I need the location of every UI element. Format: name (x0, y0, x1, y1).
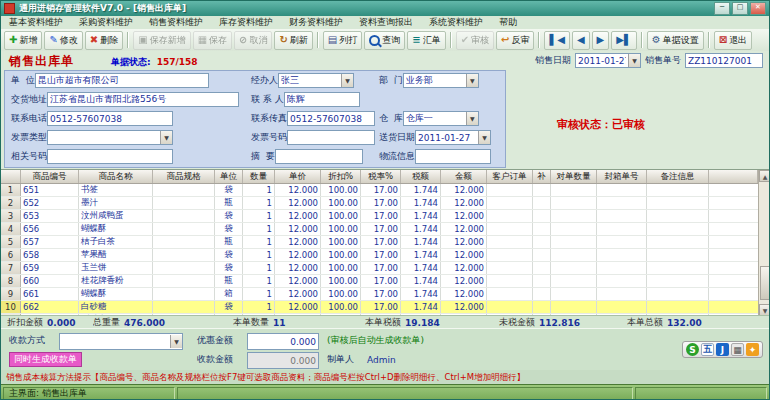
grid-column-header-13[interactable]: 对单数量 (551, 170, 597, 183)
delivery-date-input[interactable]: 2011-01-27 ▼ (415, 130, 491, 145)
table-row-9[interactable]: 9661蝴蝶酥箱112.000100.0017.001.74412.000 (1, 288, 758, 301)
grid-column-header-1[interactable]: 商品编号 (21, 170, 79, 183)
menu-item-6[interactable]: 系统资料维护 (421, 16, 491, 29)
menu-item-5[interactable]: 资料查询报出 (351, 16, 421, 29)
sale-no-input[interactable]: ZZ110127001 (685, 53, 763, 68)
toolbar-button-nav-prev[interactable]: ◀ (572, 31, 590, 50)
field-logistics: 物流信息 (379, 149, 491, 164)
toolbar-button-delete[interactable]: ✖删除 (85, 31, 123, 50)
sogou-icon[interactable]: S (686, 343, 699, 356)
table-row-1[interactable]: 1651书签袋112.000100.0017.001.74412.000 (1, 184, 758, 197)
input-method-bar[interactable]: S五J▦✦ (682, 341, 763, 358)
toolbar-button-print[interactable]: ▤列打 (323, 31, 362, 50)
pinyin-icon[interactable]: J (716, 343, 729, 356)
table-row-2[interactable]: 2652墨汁瓶112.000100.0017.001.74412.000 (1, 197, 758, 210)
phone-input[interactable]: 0512-57607038 (47, 111, 173, 126)
grid-column-header-0[interactable] (1, 170, 21, 183)
logistics-input[interactable] (415, 149, 491, 164)
table-row-8[interactable]: 8660桂花牌香粉瓶112.000100.0017.001.74412.000 (1, 275, 758, 288)
table-cell (153, 288, 215, 300)
invoice-type-dropdown-icon[interactable]: ▼ (160, 131, 172, 144)
dept-dropdown-icon[interactable]: ▼ (466, 74, 478, 87)
grid-column-header-15[interactable]: 备注信息 (647, 170, 709, 183)
toolbar-button-search[interactable]: 查询 (364, 31, 405, 50)
grid-column-header-4[interactable]: 单位 (215, 170, 243, 183)
scroll-thumb[interactable] (760, 266, 770, 300)
warehouse-dropdown-icon[interactable]: ▼ (466, 112, 478, 125)
tools-icon[interactable]: ✦ (746, 343, 759, 356)
table-cell: 100.00 (321, 197, 361, 209)
table-cell: 17.00 (361, 262, 401, 274)
grid-column-header-7[interactable]: 折扣% (321, 170, 361, 183)
toolbar-button-nav-last[interactable]: ▶▌ (611, 31, 636, 50)
grid-column-header-9[interactable]: 税额 (401, 170, 441, 183)
customer-input[interactable]: 昆山市超市有限公司 (35, 73, 209, 88)
agent-input[interactable]: 张三 ▼ (278, 73, 354, 88)
menu-item-2[interactable]: 销售资料维护 (141, 16, 211, 29)
unaudit-icon: ↩ (501, 35, 509, 45)
payment-method-dropdown-icon[interactable]: ▼ (170, 335, 182, 348)
sale-date-input[interactable]: 2011-01-27 ▼ (575, 53, 641, 68)
scroll-up-icon[interactable]: ▲ (759, 170, 770, 182)
auto-receipt-toggle[interactable]: 同时生成收款单 (9, 352, 82, 367)
invoice-no-input[interactable] (287, 130, 375, 145)
toolbar-button-nav-first[interactable]: ▌◀ (544, 31, 569, 50)
dept-input[interactable]: 业务部 ▼ (403, 73, 479, 88)
field-dept: 部 门 业务部 ▼ (379, 73, 479, 88)
grid-column-header-2[interactable]: 商品名称 (79, 170, 153, 183)
save-icon: ▦ (198, 35, 207, 45)
grid-column-header-12[interactable]: 补 (533, 170, 551, 183)
toolbar-button-unaudit[interactable]: ↩反审 (496, 31, 534, 50)
fax-input[interactable]: 0512-57607038 (287, 111, 375, 126)
grid-column-header-10[interactable]: 金额 (441, 170, 487, 183)
menu-item-1[interactable]: 采购资料维护 (71, 16, 141, 29)
delivery-date-dropdown-icon[interactable]: ▼ (478, 131, 490, 144)
vertical-scrollbar[interactable]: ▲ ▼ (758, 170, 770, 316)
invoice-type-select[interactable]: ▼ (47, 130, 173, 145)
grid-column-header-8[interactable]: 税率% (361, 170, 401, 183)
table-cell: 桔子白茶 (79, 236, 153, 248)
toolbar-separator (641, 32, 643, 48)
summary-input[interactable] (275, 149, 363, 164)
toolbar-button-nav-next[interactable]: ▶ (592, 31, 610, 50)
toolbar-button-settings[interactable]: ⚙单据设置 (647, 31, 704, 50)
toolbar-button-refresh[interactable]: ↻刷新 (274, 31, 312, 50)
related-no-input[interactable] (47, 149, 173, 164)
row-filler (709, 288, 758, 300)
address-input[interactable]: 江苏省昆山市青阳北路556号 (47, 92, 239, 107)
payment-method-select[interactable]: ▼ (59, 333, 183, 350)
table-row-5[interactable]: 5657桔子白茶瓶112.000100.0017.001.74412.000 (1, 236, 758, 249)
toolbar-button-exit[interactable]: ⊠退出 (714, 31, 752, 50)
doc-status: 单据状态: 157/158 (111, 56, 198, 69)
table-row-6[interactable]: 6658苹果醋袋112.000100.0017.001.74412.000 (1, 249, 758, 262)
minimize-button[interactable]: ─ (714, 2, 730, 15)
table-row-3[interactable]: 3653汶州咸鸭蛋袋112.000100.0017.001.74412.000 (1, 210, 758, 223)
table-row-7[interactable]: 7659玉兰饼袋112.000100.0017.001.74412.000 (1, 262, 758, 275)
toolbar-button-edit[interactable]: ✎修改 (44, 31, 82, 50)
discount-amount-input[interactable]: 0.000 (247, 333, 319, 350)
table-cell: 12.000 (441, 301, 487, 313)
grid-column-header-6[interactable]: 单价 (275, 170, 321, 183)
menu-item-0[interactable]: 基本资料维护 (1, 16, 71, 29)
table-row-10[interactable]: 10662白砂糖袋112.000100.0017.001.74412.000 (1, 301, 758, 314)
wubi-icon[interactable]: 五 (701, 343, 714, 356)
warehouse-input[interactable]: 仓库一 ▼ (403, 111, 479, 126)
agent-dropdown-icon[interactable]: ▼ (341, 74, 353, 87)
toolbar-button-add[interactable]: ✚新增 (4, 31, 42, 50)
grid-column-header-5[interactable]: 数量 (243, 170, 275, 183)
grid-column-header-11[interactable]: 客户订单 (487, 170, 533, 183)
grid-column-header-14[interactable]: 封箱单号 (597, 170, 647, 183)
menu-item-4[interactable]: 财务资料维护 (281, 16, 351, 29)
contact-input[interactable]: 陈辉 (284, 92, 360, 107)
keyboard-icon[interactable]: ▦ (731, 343, 744, 356)
maximize-button[interactable]: □ (732, 2, 748, 15)
close-button[interactable]: ✕ (750, 2, 766, 15)
menu-item-7[interactable]: 帮助 (491, 16, 525, 29)
calendar-dropdown-icon[interactable]: ▼ (628, 54, 640, 67)
table-row-4[interactable]: 4656蝴蝶酥袋112.000100.0017.001.74412.000 (1, 223, 758, 236)
grid-column-header-3[interactable]: 商品规格 (153, 170, 215, 183)
table-cell (487, 236, 533, 248)
toolbar-button-save: ▦保存 (193, 31, 232, 50)
toolbar-button-list[interactable]: ≡汇单 (407, 31, 445, 50)
menu-item-3[interactable]: 库存资料维护 (211, 16, 281, 29)
